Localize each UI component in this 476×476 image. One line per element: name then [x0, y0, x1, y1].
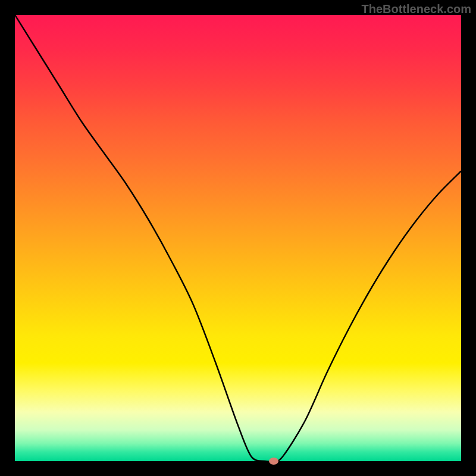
- curve-svg: [15, 15, 461, 461]
- bottleneck-curve: [15, 15, 461, 461]
- chart-container: TheBottleneck.com: [0, 0, 476, 476]
- watermark-text: TheBottleneck.com: [362, 2, 471, 16]
- plot-area: [15, 15, 461, 461]
- optimal-point-marker: [269, 458, 278, 465]
